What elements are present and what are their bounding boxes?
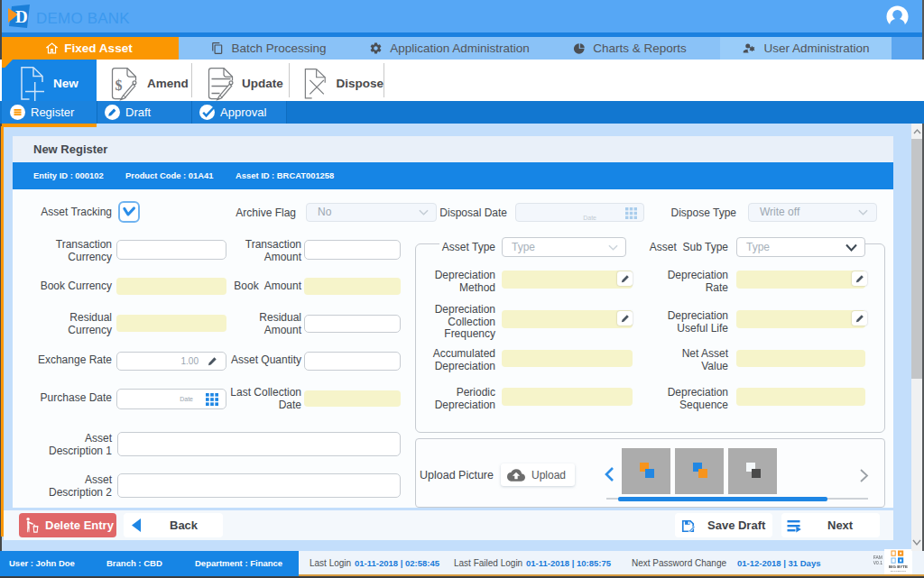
- svg-text:D: D: [15, 7, 28, 26]
- svg-text:$: $: [116, 78, 123, 93]
